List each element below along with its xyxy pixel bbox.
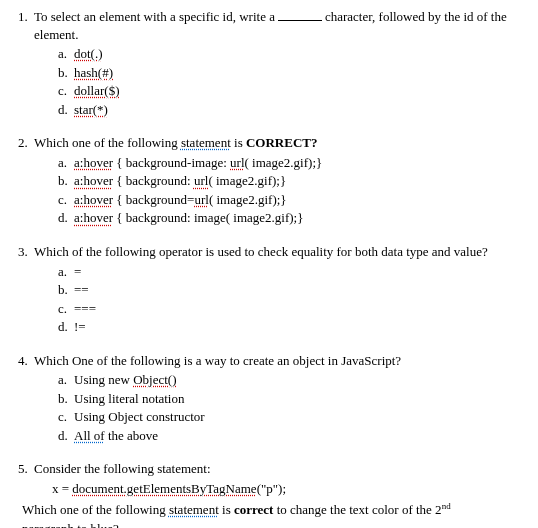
opt-label: a. [58,371,74,389]
q1-before: To select an element with a specific id,… [34,9,275,24]
opt-label: a. [58,263,74,281]
l2-post: to change the text color of the 2 [273,502,441,517]
q3-opt-a: a.= [58,263,526,281]
opt-u2: url [194,192,208,207]
opt-mid: { background-image: [113,155,230,170]
l2-b: correct [234,502,273,517]
opt-label: c. [58,82,74,100]
opt-u: All of [74,428,105,443]
q2-before: Which one of the following [34,135,181,150]
q5-line3: paragraph to blue? [12,520,526,528]
question-3: 3.Which of the following operator is use… [12,243,526,336]
q4-opt-a: a.Using new Object() [58,371,526,389]
opt-text: = [74,264,81,279]
q2-num: 2. [18,134,34,152]
opt-label: d. [58,101,74,119]
opt-text: hash(#) [74,65,113,80]
opt-label: d. [58,209,74,227]
q3-opt-d: d.!= [58,318,526,336]
q1-num: 1. [18,8,34,26]
opt-label: b. [58,281,74,299]
q1-opt-a: a.dot(.) [58,45,526,63]
q5-num: 5. [18,460,34,478]
code-post: ("p"); [257,481,286,496]
q5-text: Consider the following statement: [34,461,211,476]
opt-u: Object() [133,372,176,387]
opt-text: dollar($) [74,83,119,98]
q4-options: a.Using new Object() b.Using literal not… [12,371,526,444]
opt-end: ( image2.gif);} [209,192,287,207]
q3-options: a.= b.== c.=== d.!= [12,263,526,336]
opt-u2: url [230,155,244,170]
opt-end: ( image2.gif);} [245,155,323,170]
opt-label: c. [58,408,74,426]
question-1-text: 1.To select an element with a specific i… [12,8,526,43]
q4-opt-c: c.Using Object constructor [58,408,526,426]
question-5-text: 5.Consider the following statement: [12,460,526,478]
q2-opt-d: d.a:hover { background: image( image2.gi… [58,209,526,227]
q2-opt-c: c.a:hover { background=url( image2.gif);… [58,191,526,209]
q2-opt-a: a.a:hover { background-image: url( image… [58,154,526,172]
q4-text: Which One of the following is a way to c… [34,353,401,368]
opt-u1: a:hover [74,210,113,225]
q4-opt-d: d.All of the above [58,427,526,445]
q4-opt-b: b.Using literal notation [58,390,526,408]
opt-end: ( image2.gif);} [208,173,286,188]
opt-u1: a:hover [74,192,113,207]
blank-fill [278,20,322,21]
q1-opt-d: d.star(*) [58,101,526,119]
opt-label: d. [58,427,74,445]
opt-mid: { background= [113,192,194,207]
opt-u1: a:hover [74,173,113,188]
q3-text: Which of the following operator is used … [34,244,488,259]
opt-text: Using literal notation [74,391,184,406]
q2-stmt: statement [181,135,231,150]
code-pre: x = [52,481,72,496]
opt-end: { background: image( image2.gif);} [113,210,303,225]
opt-label: b. [58,172,74,190]
l3: paragraph to blue? [22,521,119,528]
q3-num: 3. [18,243,34,261]
l2-mid: is [219,502,234,517]
question-4: 4.Which One of the following is a way to… [12,352,526,445]
code-u: document.getElementsByTagName [72,481,256,496]
opt-text: Using Object constructor [74,409,205,424]
q4-num: 4. [18,352,34,370]
opt-post: the above [105,428,158,443]
l2-pre: Which one of the following [22,502,169,517]
q2-opt-b: b.a:hover { background: url( image2.gif)… [58,172,526,190]
question-5: 5.Consider the following statement: x = … [12,460,526,528]
opt-mid: { background: [113,173,194,188]
question-1: 1.To select an element with a specific i… [12,8,526,118]
q2-options: a.a:hover { background-image: url( image… [12,154,526,227]
q1-opt-b: b.hash(#) [58,64,526,82]
question-2: 2.Which one of the following statement i… [12,134,526,227]
opt-label: c. [58,300,74,318]
opt-label: b. [58,64,74,82]
q2-correct: CORRECT? [246,135,318,150]
opt-text: dot(.) [74,46,103,61]
q2-after: is [231,135,246,150]
opt-text: != [74,319,86,334]
l2-u: statement [169,502,219,517]
q5-line2: Which one of the following statement is … [12,500,526,519]
q3-opt-c: c.=== [58,300,526,318]
opt-u1: a:hover [74,155,113,170]
opt-pre: Using new [74,372,133,387]
opt-label: d. [58,318,74,336]
question-2-text: 2.Which one of the following statement i… [12,134,526,152]
question-3-text: 3.Which of the following operator is use… [12,243,526,261]
opt-text: === [74,301,96,316]
opt-text: star(*) [74,102,108,117]
opt-u2: url [194,173,208,188]
question-4-text: 4.Which One of the following is a way to… [12,352,526,370]
opt-text: == [74,282,89,297]
opt-label: a. [58,45,74,63]
l2-sup: nd [442,501,451,511]
opt-label: a. [58,154,74,172]
q5-code: x = document.getElementsByTagName("p"); [12,480,526,498]
opt-label: b. [58,390,74,408]
q1-opt-c: c.dollar($) [58,82,526,100]
q1-options: a.dot(.) b.hash(#) c.dollar($) d.star(*) [12,45,526,118]
q3-opt-b: b.== [58,281,526,299]
